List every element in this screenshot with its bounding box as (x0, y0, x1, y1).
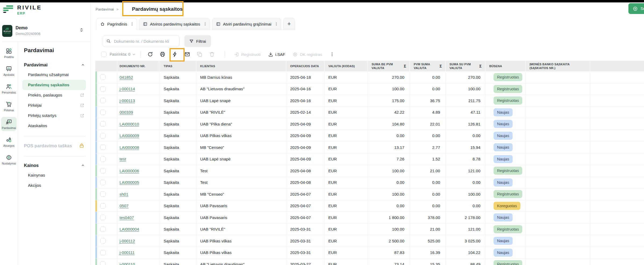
personalas-icon (6, 83, 12, 90)
sidebar-section-kainos[interactable]: Kainos (24, 160, 86, 170)
table-toolbar: Pasirinkta: 0 Registruoti i.SAF DK regis… (101, 49, 334, 59)
search-input[interactable] (113, 39, 176, 44)
document-link[interactable]: j-000113 (120, 98, 135, 103)
row-checkbox[interactable] (100, 168, 106, 173)
sidebar-item-kainynas[interactable]: Kainynas (24, 170, 86, 180)
row-checkbox[interactable] (100, 110, 106, 115)
sidebar-item-pardavimų-užsakymai[interactable]: Pardavimų užsakymai (24, 70, 86, 80)
document-link[interactable]: j-000114 (120, 87, 135, 91)
row-status-stripe (95, 130, 97, 142)
cell-pvm-suma: 525.00 (410, 235, 446, 247)
document-link[interactable]: j-000111 (120, 250, 135, 255)
print-button[interactable] (158, 50, 167, 59)
row-checkbox[interactable] (100, 191, 106, 197)
cell-suma-su-pvm: 88.49 (446, 259, 485, 265)
row-checkbox[interactable] (100, 121, 106, 127)
rail-item-pardavimai[interactable]: Pardavimai (1, 117, 17, 131)
search-icon (106, 39, 111, 44)
select-all-checkbox[interactable] (101, 52, 106, 57)
row-checkbox[interactable] (100, 156, 106, 162)
rail-item-pirkimai[interactable]: Pirkimai (1, 99, 17, 113)
sidebar-item-ataskaitos[interactable]: Ataskaitos (24, 121, 86, 131)
document-link[interactable]: test (120, 157, 126, 161)
rail-item-apskaita[interactable]: Apskaita (1, 64, 17, 78)
table-row: sh01SąskaitaMB "Censeo"2025-04-07EUR100.… (95, 188, 644, 200)
tab-atviri-pardavimų-grąžinimai[interactable]: Atviri pardavimų grąžinimai (212, 18, 281, 30)
column-header-doc: DOKUMENTO NR. (117, 61, 159, 71)
row-checkbox[interactable] (100, 180, 106, 185)
sidebar-section-pardavimai[interactable]: Pardavimai (24, 60, 86, 70)
quick-actions-button[interactable] (170, 50, 179, 59)
sum-sigma-icon[interactable]: Σ (479, 63, 482, 69)
breadcrumb-parent[interactable]: Pardavimai (96, 7, 114, 11)
status-badge: Naujas (494, 132, 513, 140)
row-checkbox[interactable] (100, 227, 106, 232)
workspace-selector[interactable]: RIVILE ERP demo Demo Demo20240906 (2, 23, 90, 42)
table-row: tes0407SąskaitaUAB Pavasaris2025-04-07EU… (95, 212, 644, 224)
register-button[interactable]: Registruoti (234, 52, 261, 57)
document-link[interactable]: j-000110 (120, 262, 135, 265)
email-button[interactable] (183, 50, 192, 59)
tab-kebab-icon[interactable] (130, 22, 134, 26)
dk-register-button[interactable]: DK registras (293, 52, 322, 57)
document-link[interactable]: LAI000004 (120, 227, 139, 231)
row-checkbox[interactable] (100, 203, 106, 209)
row-checkbox[interactable] (100, 215, 106, 220)
row-checkbox[interactable] (100, 86, 106, 92)
refresh-button[interactable] (146, 50, 155, 59)
rail-item-personalas[interactable]: Personalas (1, 81, 17, 96)
rail-item-pradzia[interactable]: Pradžia (1, 46, 17, 60)
tab-pagrindinis[interactable]: Pagrindinis (96, 18, 137, 30)
sidebar-item-prekės-paslaugos[interactable]: Prekės, paslaugos (24, 90, 86, 100)
row-checkbox[interactable] (100, 145, 106, 150)
filters-button[interactable]: Filtrai (184, 35, 211, 47)
cell-operacijos-data: 2025-04-16 (286, 95, 325, 106)
sum-sigma-icon[interactable]: Σ (404, 63, 406, 69)
delete-button[interactable] (207, 50, 217, 59)
copy-button[interactable] (195, 50, 204, 59)
sidebar-item-pardavimų-sąskaitos[interactable]: Pardavimų sąskaitos (22, 80, 86, 90)
tab-kebab-icon[interactable] (203, 22, 207, 26)
document-link[interactable]: tes0407 (120, 215, 134, 220)
document-link[interactable]: 041852 (120, 75, 133, 80)
cell-tipas: Sąskaita (159, 130, 196, 142)
rail-item-nustatymai[interactable]: Nustatymai (1, 152, 17, 167)
table-row: 041852SąskaitaMB Darnus kūnas2025-04-18E… (95, 71, 644, 83)
row-checkbox[interactable] (100, 262, 106, 265)
document-link[interactable]: 000339 (120, 110, 133, 114)
cell-klientas: UAB Lapė snapė (196, 95, 286, 106)
cell-suma-su-pvm: 0.00 (446, 200, 485, 212)
cell-operacijos-data: 2025-04-07 (286, 188, 325, 200)
add-tab-button[interactable]: + (283, 18, 295, 30)
isaf-export-button[interactable]: i.SAF (268, 52, 285, 57)
document-link[interactable]: 0507 (120, 203, 128, 208)
document-link[interactable]: LAI000010 (120, 122, 139, 126)
cell-valiuta: EUR (325, 71, 368, 83)
document-link[interactable]: sh01 (120, 192, 128, 196)
tab-kebab-icon[interactable] (274, 22, 278, 26)
document-link[interactable]: j-000112 (120, 239, 135, 243)
row-checkbox[interactable] (100, 74, 106, 80)
document-link[interactable]: LAI000006 (120, 169, 139, 173)
sidebar-item-label: Pirkėjų sutartys (28, 113, 56, 118)
cell-banko-saskaita (526, 71, 590, 83)
chevron-down-icon[interactable] (132, 52, 136, 56)
rail-item-atsargos[interactable]: Atsargos (1, 135, 17, 149)
sum-sigma-icon[interactable]: Σ (440, 63, 442, 69)
document-link[interactable]: LAI000009 (120, 133, 139, 138)
document-link[interactable]: LAI000005 (120, 180, 139, 185)
column-header-label: SUMA BE PVM VALIUTA (372, 62, 402, 70)
sidebar-item-pirkėjų-sutartys[interactable]: Pirkėjų sutartys (24, 110, 86, 121)
sidebar-item-pirkėjai[interactable]: Pirkėjai (24, 100, 86, 110)
row-checkbox[interactable] (100, 238, 106, 243)
create-button[interactable]: Sukurti (628, 3, 644, 14)
workspace-switch-icon[interactable] (79, 28, 84, 32)
row-checkbox[interactable] (100, 98, 106, 103)
tab-atviros-pardavimų-sąskaitos[interactable]: Atviros pardavimų sąskaitos (139, 18, 210, 30)
copy-icon (197, 51, 203, 57)
row-checkbox[interactable] (100, 133, 106, 138)
row-checkbox[interactable] (100, 250, 106, 255)
sidebar-item-akcijos[interactable]: Akcijos (24, 180, 86, 191)
document-link[interactable]: LAI000008 (120, 145, 139, 150)
more-actions-kebab-icon[interactable] (330, 52, 334, 57)
